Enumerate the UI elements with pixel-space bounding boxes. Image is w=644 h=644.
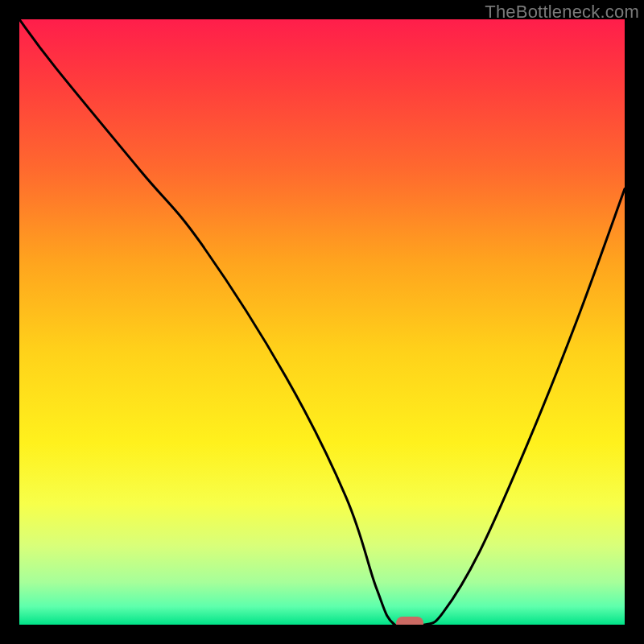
plot-area (19, 19, 625, 625)
chart-container: TheBottleneck.com (0, 0, 644, 644)
watermark-label: TheBottleneck.com (485, 2, 639, 23)
curve-layer (19, 19, 625, 625)
bottleneck-curve (19, 19, 625, 625)
optimal-marker (396, 617, 423, 625)
